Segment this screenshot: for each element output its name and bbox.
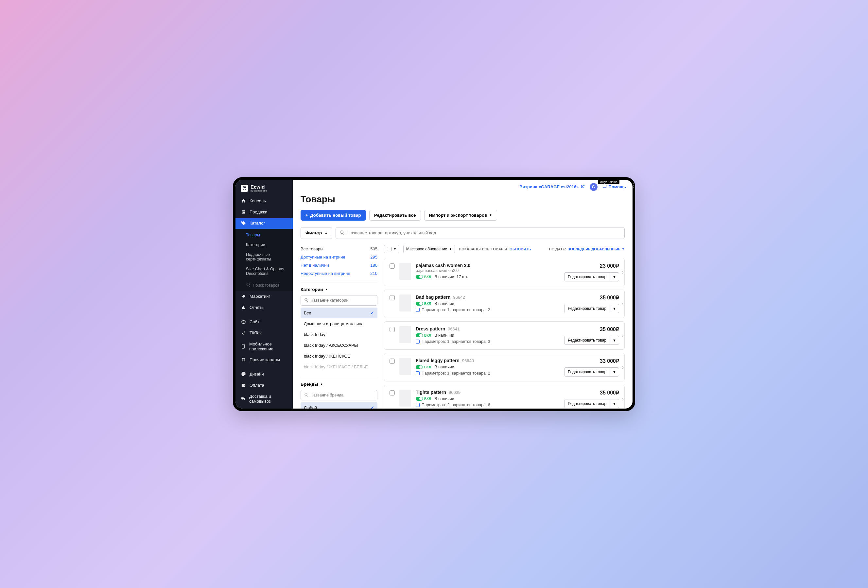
- sort-control[interactable]: ПО ДАТЕ: ПОСЛЕДНИЕ ДОБАВЛЕННЫЕ ▼: [549, 247, 625, 251]
- product-name[interactable]: Bad bag pattern: [416, 295, 451, 300]
- product-name[interactable]: Dress pattern: [416, 326, 445, 332]
- search-icon: [246, 282, 251, 288]
- chevron-up-icon: ▲: [325, 287, 328, 291]
- edit-product-button[interactable]: Редактировать товар: [564, 272, 610, 281]
- nav-item-tiktok[interactable]: TikTok: [235, 327, 293, 339]
- nav-item-sales[interactable]: Продажи: [235, 206, 293, 218]
- sidebar-search[interactable]: Поиск товаров: [235, 280, 293, 291]
- edit-all-button[interactable]: Редактировать все: [369, 210, 421, 221]
- category-item[interactable]: black friday / АКСЕССУАРЫ: [301, 340, 378, 351]
- category-item[interactable]: Все✓: [301, 308, 378, 318]
- filter-all-count: 505: [370, 246, 378, 251]
- brands-heading[interactable]: Бренды ▲: [301, 382, 378, 387]
- category-search-input[interactable]: [310, 298, 374, 303]
- product-thumbnail: [399, 263, 411, 280]
- edit-product-button[interactable]: Редактировать товар: [564, 399, 610, 408]
- brand-logo[interactable]: Ecwid by Lightspeed: [235, 180, 293, 196]
- nav-item-palette[interactable]: Дизайн: [235, 369, 293, 380]
- product-name[interactable]: pajamas cash women 2.0: [416, 263, 470, 268]
- sidebar: Ecwid by Lightspeed КонсольПродажиКатало…: [235, 180, 293, 408]
- brand-search[interactable]: [301, 390, 378, 400]
- filter-button-label: Фильтр: [306, 230, 322, 235]
- chevron-right-icon[interactable]: ›: [620, 364, 626, 371]
- nav-item-globe[interactable]: Сайт: [235, 316, 293, 327]
- action-row: + Добавить новый товар Редактировать все…: [301, 210, 625, 221]
- svg-point-4: [244, 358, 245, 359]
- select-all-checkbox[interactable]: ▼: [384, 245, 399, 253]
- add-product-button[interactable]: + Добавить новый товар: [301, 210, 366, 221]
- brand-search-input[interactable]: [310, 393, 374, 398]
- nav-item-home[interactable]: Консоль: [235, 196, 293, 206]
- wallet-icon: [241, 383, 246, 388]
- globe-icon: [241, 319, 246, 324]
- chevron-right-icon[interactable]: ›: [620, 395, 626, 402]
- chevron-right-icon[interactable]: ›: [620, 301, 626, 307]
- chevron-right-icon[interactable]: ›: [620, 332, 626, 339]
- product-checkbox[interactable]: [390, 264, 395, 269]
- edit-product-caret[interactable]: ▼: [610, 336, 619, 345]
- nav-item-stats[interactable]: Отчёты: [235, 302, 293, 313]
- chevron-right-icon[interactable]: ›: [620, 269, 626, 276]
- sub-nav-item[interactable]: Категории: [235, 240, 293, 250]
- filter-toggle-button[interactable]: Фильтр ▲: [301, 227, 332, 239]
- product-checkbox[interactable]: [390, 390, 395, 395]
- help-link[interactable]: Помощь: [602, 184, 626, 190]
- edit-product-caret[interactable]: ▼: [610, 399, 619, 408]
- product-price: 23 000₽: [600, 263, 619, 269]
- brand-item[interactable]: Любой✓: [301, 402, 378, 408]
- category-item[interactable]: black friday / ЖЕНСКОЕ / БЕЛЬЕ: [301, 361, 378, 372]
- category-label: black friday: [304, 332, 325, 337]
- edit-product-button[interactable]: Редактировать товар: [564, 304, 610, 313]
- product-name[interactable]: Flared leggy pattern: [416, 358, 459, 363]
- nav-label: Маркетинг: [249, 294, 270, 299]
- edit-product-caret[interactable]: ▼: [610, 272, 619, 281]
- nav-item-truck[interactable]: Доставка и самовывоз: [235, 391, 293, 407]
- storefront-link[interactable]: Витрина «GARAGE est2016»: [520, 184, 585, 190]
- category-item[interactable]: black friday / ЖЕНСКОЕ: [301, 351, 378, 361]
- nav-item-tag[interactable]: Каталог: [235, 218, 293, 229]
- product-params: Параметров: 1, вариантов товара: 2: [422, 308, 490, 312]
- import-export-button[interactable]: Импорт и экспорт товаров ▼: [424, 210, 497, 221]
- nav-item-mobile[interactable]: Мобильное приложение: [235, 339, 293, 354]
- page-title: Товары: [301, 194, 625, 205]
- product-checkbox[interactable]: [390, 327, 395, 332]
- sub-nav-item[interactable]: Size Chart & Options Descriptions: [235, 264, 293, 279]
- mass-update-button[interactable]: Массовое обновление ▼: [403, 245, 455, 253]
- sub-nav-item[interactable]: Подарочные сертификаты: [235, 250, 293, 264]
- product-toggle[interactable]: ВКЛ: [416, 397, 431, 401]
- refresh-link[interactable]: ОБНОВИТЬ: [509, 247, 531, 251]
- product-search[interactable]: [335, 227, 625, 239]
- edit-product-caret[interactable]: ▼: [610, 304, 619, 313]
- product-toggle[interactable]: ВКЛ: [416, 333, 431, 337]
- product-checkbox[interactable]: [390, 358, 395, 364]
- filter-link[interactable]: Доступные на витрине295: [301, 253, 378, 261]
- edit-product-button[interactable]: Редактировать товар: [564, 336, 610, 345]
- categories-heading[interactable]: Категории ▲: [301, 287, 378, 292]
- edit-product-button[interactable]: Редактировать товар: [564, 367, 610, 377]
- edit-product-caret[interactable]: ▼: [610, 367, 619, 377]
- mobile-icon: [241, 344, 246, 349]
- nav-item-channels[interactable]: Прочие каналы: [235, 354, 293, 365]
- nav-item-wallet[interactable]: Оплата: [235, 380, 293, 391]
- toggle-label: ВКЛ: [424, 275, 431, 279]
- product-name[interactable]: Tights pattern: [416, 390, 446, 395]
- shown-label: ПОКАЗАНЫ ВСЕ ТОВАРЫ: [459, 247, 507, 251]
- avatar[interactable]: G: [590, 183, 598, 191]
- category-search[interactable]: [301, 295, 378, 306]
- category-item[interactable]: Домашняя страница магазина: [301, 318, 378, 329]
- product-search-input[interactable]: [347, 230, 620, 235]
- svg-point-5: [242, 361, 243, 361]
- filter-link[interactable]: Недоступные на витрине210: [301, 269, 378, 277]
- product-toggle[interactable]: ВКЛ: [416, 365, 431, 369]
- tiktok-icon: [241, 330, 246, 336]
- filter-link[interactable]: Нет в наличии180: [301, 261, 378, 269]
- product-card: Flared leggy pattern 96640 ВКЛ В наличии…: [384, 353, 625, 382]
- category-item[interactable]: black friday: [301, 329, 378, 340]
- toggle-icon: [416, 302, 423, 306]
- product-toggle[interactable]: ВКЛ: [416, 302, 431, 306]
- sub-nav-item[interactable]: Товары: [235, 230, 293, 240]
- product-card: pajamas cash women 2.0 pajamascashwomen2…: [384, 258, 625, 286]
- product-toggle[interactable]: ВКЛ: [416, 275, 431, 279]
- product-checkbox[interactable]: [390, 295, 395, 301]
- nav-item-megaphone[interactable]: Маркетинг: [235, 291, 293, 302]
